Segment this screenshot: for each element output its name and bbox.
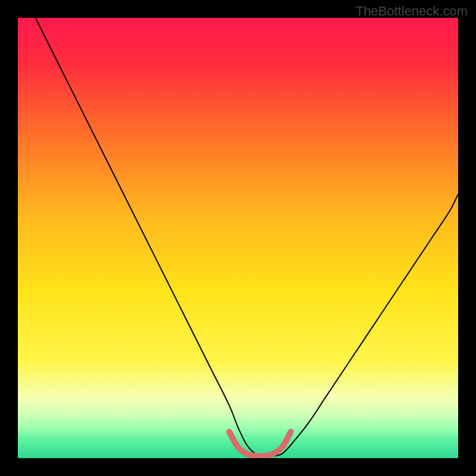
bottleneck-curve bbox=[36, 18, 458, 456]
optimal-zone-marker bbox=[229, 432, 291, 456]
chart-container bbox=[18, 18, 458, 458]
curve-layer bbox=[18, 18, 458, 458]
watermark-text: TheBottleneck.com bbox=[356, 4, 468, 19]
